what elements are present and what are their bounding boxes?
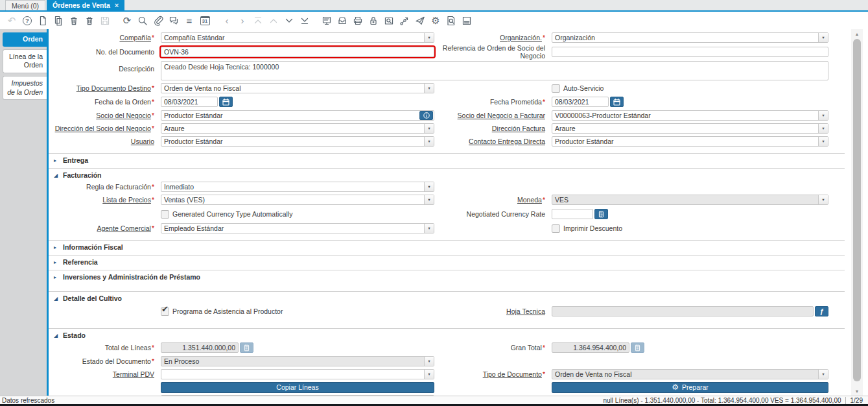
fecha-prometida-input[interactable]: 08/03/2021 bbox=[552, 97, 609, 107]
preparar-button[interactable]: ⚙Preparar bbox=[552, 382, 828, 393]
tipo-doc-destino-select[interactable]: Orden de Venta no Fiscal ▼ bbox=[161, 83, 434, 93]
attachment-icon[interactable] bbox=[151, 14, 165, 28]
section-inversiones[interactable]: ▸ Inversiones y Administración de Présta… bbox=[49, 270, 845, 282]
last-record-icon[interactable] bbox=[298, 14, 312, 28]
sidebar-tab-impuestos-de-la-orden[interactable]: Impuestos de la Orden bbox=[3, 76, 47, 100]
zoom-across-icon[interactable] bbox=[444, 14, 458, 28]
report-view-icon[interactable] bbox=[382, 14, 396, 28]
detail-record-icon[interactable] bbox=[282, 14, 296, 28]
print-icon[interactable] bbox=[351, 14, 365, 28]
section-collapsed-icon[interactable]: ▸ bbox=[54, 158, 59, 163]
negotiated-rate-input[interactable] bbox=[552, 209, 593, 219]
terminal-pdv-select[interactable]: ▼ bbox=[161, 369, 434, 379]
find-icon[interactable] bbox=[135, 14, 150, 28]
scrollbar-thumb[interactable] bbox=[853, 39, 861, 381]
tipo-documento-label[interactable]: Tipo de Documento* bbox=[436, 370, 550, 378]
copy-record-icon[interactable] bbox=[51, 14, 65, 28]
tipo-doc-destino-label[interactable]: Tipo Documento Destino* bbox=[49, 84, 159, 92]
first-record-icon[interactable] bbox=[251, 14, 265, 28]
chevron-down-icon[interactable]: ▼ bbox=[424, 33, 434, 42]
delete-record-icon[interactable] bbox=[67, 14, 81, 28]
chevron-down-icon[interactable]: ▼ bbox=[424, 124, 434, 133]
vertical-scrollbar[interactable]: ▲ ▼ bbox=[851, 29, 863, 396]
chat-icon[interactable] bbox=[167, 14, 181, 28]
scroll-up-icon[interactable]: ▲ bbox=[851, 29, 863, 38]
send-mail-icon[interactable] bbox=[413, 14, 427, 28]
new-record-icon[interactable] bbox=[36, 14, 50, 28]
lock-icon[interactable] bbox=[366, 14, 381, 28]
save-icon[interactable] bbox=[98, 14, 112, 28]
socio-label[interactable]: Socio del Negocio* bbox=[49, 112, 159, 119]
chevron-down-icon[interactable]: ▼ bbox=[424, 370, 434, 379]
estado-documento-select[interactable]: En Proceso ▼ bbox=[161, 356, 434, 366]
compania-select[interactable]: Compañía Estándar ▼ bbox=[161, 32, 434, 43]
programa-asistencia-checkbox[interactable]: ✔ bbox=[161, 307, 169, 316]
direccion-factura-select[interactable]: Araure ▼ bbox=[552, 123, 828, 134]
sidebar-tab-linea-de-la-orden[interactable]: Línea de la Orden bbox=[3, 49, 47, 73]
previous-record-icon[interactable]: ‹ bbox=[220, 14, 234, 28]
tab-menu[interactable]: Menú (0) bbox=[5, 0, 45, 10]
moneda-label[interactable]: Moneda* bbox=[436, 196, 550, 204]
hoja-tecnica-label[interactable]: Hoja Tecnica bbox=[436, 307, 550, 315]
auto-servicio-checkbox[interactable] bbox=[552, 84, 560, 93]
usuario-label[interactable]: Usuario bbox=[49, 137, 159, 145]
archive-icon[interactable] bbox=[335, 14, 349, 28]
delete-selection-icon[interactable] bbox=[82, 14, 97, 28]
hoja-tecnica-input[interactable] bbox=[552, 306, 814, 316]
chevron-down-icon[interactable]: ▼ bbox=[424, 84, 434, 93]
close-tab-icon[interactable]: × bbox=[115, 1, 119, 9]
lista-precios-select[interactable]: Ventas (VES) ▼ bbox=[161, 195, 434, 205]
help-icon[interactable]: ? bbox=[20, 14, 34, 28]
referencia-socio-input[interactable] bbox=[552, 47, 828, 57]
section-estado[interactable]: ◢ Estado bbox=[49, 328, 845, 340]
refresh-icon[interactable]: ⟳ bbox=[120, 14, 134, 28]
calculator-icon[interactable] bbox=[594, 209, 608, 219]
change-log-icon[interactable]: ≡ bbox=[182, 14, 196, 28]
chevron-down-icon[interactable]: ▼ bbox=[424, 182, 434, 191]
lista-precios-label[interactable]: Lista de Precios* bbox=[49, 196, 159, 204]
agente-comercial-select[interactable]: Empleado Estándar ▼ bbox=[161, 223, 434, 233]
section-collapsed-icon[interactable]: ▸ bbox=[54, 259, 59, 265]
contacto-select[interactable]: Productor Estándar ▼ bbox=[552, 136, 828, 147]
chevron-down-icon[interactable]: ▼ bbox=[818, 195, 828, 204]
chevron-down-icon[interactable]: ▼ bbox=[818, 137, 828, 146]
regla-facturacion-select[interactable]: Inmediato ▼ bbox=[161, 182, 434, 192]
section-referencia[interactable]: ▸ Referencia bbox=[49, 255, 845, 267]
parent-record-icon[interactable] bbox=[266, 14, 281, 28]
terminal-pdv-label[interactable]: Terminal PDV bbox=[49, 370, 159, 378]
agente-comercial-label[interactable]: Agente Comercial* bbox=[49, 224, 159, 232]
print-preview-icon[interactable] bbox=[460, 14, 474, 28]
no-documento-input[interactable]: OVN-36 bbox=[161, 47, 434, 57]
organizacion-label[interactable]: Organización.* bbox=[436, 34, 550, 42]
calendar-picker-icon[interactable] bbox=[610, 97, 624, 107]
descripcion-textarea[interactable]: Creado Desde Hoja Tecnica: 1000000 bbox=[161, 61, 828, 80]
section-expanded-icon[interactable]: ◢ bbox=[54, 173, 59, 178]
hoja-tecnica-button[interactable]: ƒ bbox=[815, 306, 828, 316]
chevron-down-icon[interactable]: ▼ bbox=[424, 137, 434, 146]
direccion-factura-label[interactable]: Dirección Factura bbox=[436, 125, 550, 132]
section-expanded-icon[interactable]: ◢ bbox=[54, 333, 59, 339]
section-entrega[interactable]: ▸ Entrega bbox=[49, 153, 845, 165]
section-collapsed-icon[interactable]: ▸ bbox=[54, 274, 59, 280]
direccion-socio-select[interactable]: Araure ▼ bbox=[161, 123, 434, 134]
chevron-down-icon[interactable]: ▼ bbox=[424, 357, 434, 366]
tab-ordenes-de-venta[interactable]: Órdenes de Venta × bbox=[47, 0, 124, 10]
chevron-down-icon[interactable]: ▼ bbox=[818, 111, 828, 120]
chevron-down-icon[interactable]: ▼ bbox=[818, 33, 828, 42]
socio-facturar-label[interactable]: Socio del Negocio a Facturar bbox=[436, 112, 550, 119]
section-expanded-icon[interactable]: ◢ bbox=[54, 296, 59, 302]
organizacion-select[interactable]: Organización ▼ bbox=[552, 32, 828, 43]
chevron-down-icon[interactable]: ▼ bbox=[424, 224, 434, 233]
section-collapsed-icon[interactable]: ▸ bbox=[54, 245, 59, 250]
workflow-icon[interactable] bbox=[397, 14, 412, 28]
socio-search-field[interactable]: Productor Estándar bbox=[161, 110, 434, 121]
copiar-lineas-button[interactable]: Copiar Líneas bbox=[161, 382, 434, 393]
direccion-socio-label[interactable]: Dirección del Socio del Negocio* bbox=[49, 125, 159, 132]
section-informacion-fiscal[interactable]: ▸ Información Fiscal bbox=[49, 240, 845, 252]
tipo-documento-select[interactable]: Orden de Venta no Fiscal ▼ bbox=[552, 369, 828, 379]
generated-currency-checkbox[interactable] bbox=[161, 210, 169, 219]
moneda-select[interactable]: VES ▼ bbox=[552, 195, 828, 205]
chevron-down-icon[interactable]: ▼ bbox=[818, 370, 828, 379]
chevron-down-icon[interactable]: ▼ bbox=[424, 195, 434, 204]
imprimir-descuento-checkbox[interactable] bbox=[552, 224, 560, 233]
